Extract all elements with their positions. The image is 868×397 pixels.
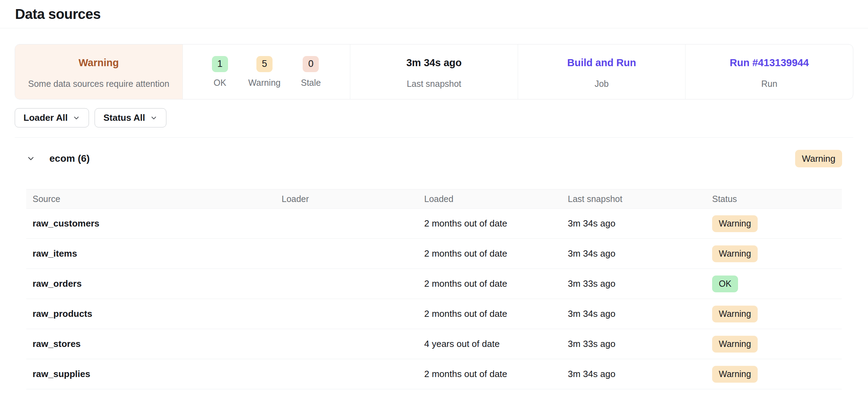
chevron-down-icon[interactable] (26, 154, 35, 163)
page-header: Data sources (0, 0, 868, 28)
cell-last-snapshot: 3m 33s ago (562, 339, 706, 349)
loader-filter-dropdown[interactable]: Loader All (15, 108, 89, 127)
cell-last-snapshot: 3m 34s ago (562, 369, 706, 379)
cell-loaded: 2 months out of date (418, 308, 562, 319)
cell-status: Warning (706, 245, 842, 262)
warning-count-label: Warning (248, 78, 281, 88)
summary-run-card: Run #413139944 Run (685, 44, 853, 99)
cell-source: raw_orders (26, 278, 275, 289)
cell-status: Warning (706, 336, 842, 353)
status-filter-dropdown[interactable]: Status All (95, 108, 166, 127)
main-content: Warning Some data sources require attent… (0, 44, 868, 389)
data-sources-table: Source Loader Loaded Last snapshot Statu… (26, 189, 842, 389)
cell-last-snapshot: 3m 34s ago (562, 248, 706, 259)
status-counts: 1 OK 5 Warning 0 Stale (212, 56, 321, 88)
table-header-row: Source Loader Loaded Last snapshot Statu… (26, 189, 842, 209)
chevron-down-icon (73, 114, 80, 122)
job-label: Job (594, 78, 608, 89)
cell-status: Warning (706, 215, 842, 232)
cell-source: raw_items (26, 248, 275, 259)
status-badge: Warning (712, 245, 758, 262)
count-stale: 0 Stale (301, 56, 321, 88)
table-row[interactable]: raw_products2 months out of date3m 34s a… (26, 299, 842, 329)
cell-loaded: 2 months out of date (418, 218, 562, 229)
job-link[interactable]: Build and Run (567, 55, 636, 71)
group-status-badge: Warning (795, 150, 842, 167)
stale-count-pill: 0 (303, 56, 319, 72)
cell-last-snapshot: 3m 33s ago (562, 278, 706, 289)
cell-source: raw_supplies (26, 369, 275, 379)
run-label: Run (761, 78, 777, 89)
status-badge: OK (712, 276, 738, 292)
status-badge: Warning (712, 366, 758, 383)
column-header-last-snapshot: Last snapshot (562, 194, 706, 204)
summary-last-snapshot-card: 3m 34s ago Last snapshot (350, 44, 518, 99)
cell-status: OK (706, 276, 842, 292)
last-snapshot-label: Last snapshot (407, 78, 461, 89)
summary-job-card: Build and Run Job (518, 44, 686, 99)
table-row[interactable]: raw_items2 months out of date3m 34s agoW… (26, 239, 842, 269)
stale-count-label: Stale (301, 78, 321, 88)
warning-count-pill: 5 (256, 56, 273, 72)
group-header-ecom[interactable]: ecom (6) Warning (15, 150, 853, 167)
summary-bar: Warning Some data sources require attent… (15, 44, 853, 99)
count-ok: 1 OK (212, 56, 228, 88)
cell-source: raw_customers (26, 218, 275, 229)
cell-source: raw_products (26, 308, 275, 319)
column-header-status: Status (706, 194, 842, 204)
cell-status: Warning (706, 306, 842, 322)
cell-loaded: 2 months out of date (418, 248, 562, 259)
count-warning: 5 Warning (248, 56, 281, 88)
status-filter-label: Status All (103, 112, 145, 123)
table-row[interactable]: raw_customers2 months out of date3m 34s … (26, 209, 842, 239)
table-row[interactable]: raw_orders2 months out of date3m 33s ago… (26, 269, 842, 299)
table-row[interactable]: raw_stores4 years out of date3m 33s agoW… (26, 329, 842, 359)
cell-status: Warning (706, 366, 842, 383)
column-header-source: Source (26, 194, 275, 204)
group-title: ecom (6) (49, 153, 90, 164)
summary-counts-card: 1 OK 5 Warning 0 Stale (182, 44, 350, 99)
loader-filter-label: Loader All (23, 112, 68, 123)
cell-last-snapshot: 3m 34s ago (562, 218, 706, 229)
table-row[interactable]: raw_supplies2 months out of date3m 34s a… (26, 359, 842, 389)
page-title: Data sources (15, 6, 101, 22)
divider (15, 137, 853, 138)
cell-loaded: 4 years out of date (418, 339, 562, 349)
status-badge: Warning (712, 336, 758, 353)
status-badge: Warning (712, 215, 758, 232)
summary-status-card[interactable]: Warning Some data sources require attent… (15, 44, 182, 99)
ok-count-pill: 1 (212, 56, 228, 72)
filters-row: Loader All Status All (15, 108, 853, 127)
table-body: raw_customers2 months out of date3m 34s … (26, 209, 842, 389)
cell-last-snapshot: 3m 34s ago (562, 308, 706, 319)
cell-loaded: 2 months out of date (418, 278, 562, 289)
column-header-loader: Loader (275, 194, 418, 204)
overall-status-label: Warning (78, 55, 119, 71)
overall-status-subtitle: Some data sources require attention (28, 78, 169, 89)
chevron-down-icon (150, 114, 158, 122)
status-badge: Warning (712, 306, 758, 322)
last-snapshot-value: 3m 34s ago (406, 55, 462, 71)
run-link[interactable]: Run #413139944 (730, 55, 809, 71)
cell-loaded: 2 months out of date (418, 369, 562, 379)
ok-count-label: OK (214, 78, 226, 88)
cell-source: raw_stores (26, 339, 275, 349)
column-header-loaded: Loaded (418, 194, 562, 204)
